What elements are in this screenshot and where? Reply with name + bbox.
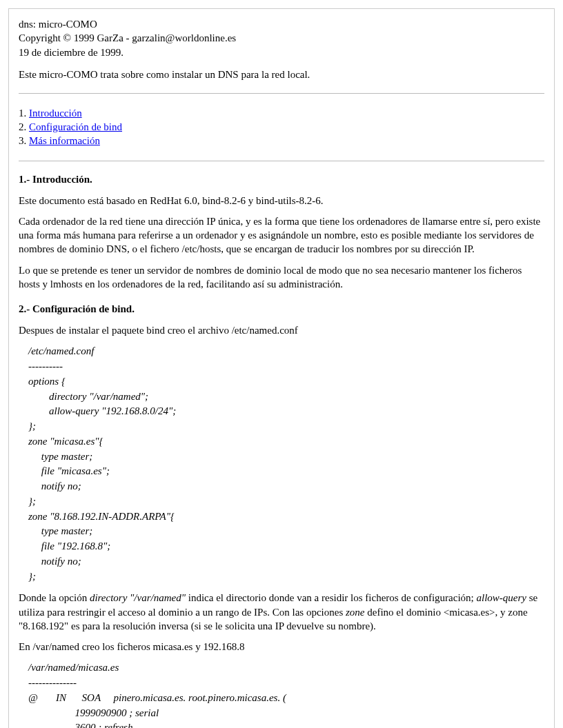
toc-number: 1. <box>19 108 26 119</box>
toc-item: 1. Introducción <box>19 106 544 120</box>
inline-code: zone <box>346 607 365 618</box>
toc-item: 3. Más información <box>19 134 544 148</box>
doc-intro: Este micro-COMO trata sobre como instala… <box>19 69 544 81</box>
toc-item: 2. Configuración de bind <box>19 120 544 134</box>
text: Donde la opción <box>19 592 90 603</box>
toc-link-configuracion[interactable]: Configuración de bind <box>29 121 122 132</box>
document-header: dns: micro-COMO Copyright © 1999 GarZa -… <box>19 17 544 81</box>
paragraph: Este documento está basado en RedHat 6.0… <box>19 194 544 208</box>
divider <box>19 161 544 161</box>
inline-code: directory "/var/named" <box>90 592 186 603</box>
document-page: dns: micro-COMO Copyright © 1999 GarZa -… <box>8 8 555 728</box>
table-of-contents: 1. Introducción 2. Configuración de bind… <box>19 106 544 148</box>
divider <box>19 93 544 94</box>
section-heading-configuracion: 2.- Configuración de bind. <box>19 303 544 315</box>
text: indica el directorio donde van a residir… <box>186 592 477 603</box>
paragraph: Despues de instalar el paquete bind creo… <box>19 323 544 337</box>
doc-copyright: Copyright © 1999 GarZa - garzalin@worldo… <box>19 31 544 45</box>
toc-number: 2. <box>19 121 26 132</box>
toc-link-mas-info[interactable]: Más información <box>29 135 100 146</box>
inline-code: allow-query <box>477 592 527 603</box>
paragraph: En /var/named creo los ficheros micasa.e… <box>19 640 544 654</box>
toc-link-introduccion[interactable]: Introducción <box>29 108 82 119</box>
toc-number: 3. <box>19 135 26 146</box>
section-heading-introduccion: 1.- Introducción. <box>19 174 544 185</box>
code-block-zone-file: /var/named/micasa.es -------------- @ IN… <box>28 660 544 728</box>
paragraph: Cada ordenador de la red tiene una direc… <box>19 214 544 256</box>
code-block-named-conf: /etc/named.conf ---------- options { dir… <box>28 344 544 584</box>
paragraph-explain: Donde la opción directory "/var/named" i… <box>19 591 544 633</box>
doc-date: 19 de diciembre de 1999. <box>19 46 544 59</box>
doc-title: dns: micro-COMO <box>19 17 544 31</box>
paragraph: Lo que se pretende es tener un servidor … <box>19 263 544 292</box>
